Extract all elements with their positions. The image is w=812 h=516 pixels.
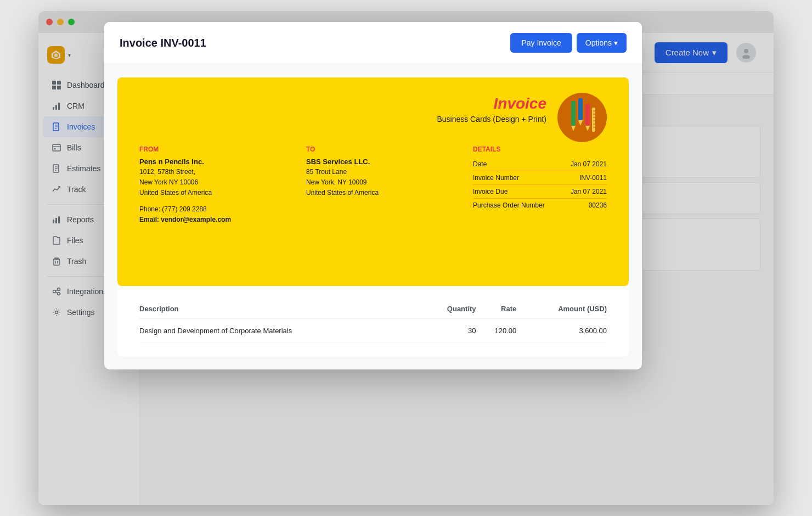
col-rate: Rate [476,299,517,319]
invoice-table: Description Quantity Rate Amount (USD) D… [139,299,607,343]
pay-invoice-button[interactable]: Pay Invoice [510,33,572,53]
detail-row-po: Purchase Order Number 00236 [473,199,607,212]
options-label: Options [585,38,612,47]
modal-header: Invoice INV-0011 Pay Invoice Options ▾ [104,22,642,64]
svg-rect-39 [571,101,576,126]
to-address-line2: New York, NY 10009 [306,177,440,188]
col-amount: Amount (USD) [516,299,607,319]
detail-val-date: Jan 07 2021 [571,160,607,168]
svg-rect-41 [578,98,583,120]
detail-val-due: Jan 07 2021 [571,188,607,195]
options-button[interactable]: Options ▾ [577,33,627,53]
from-email-value: vendor@example.com [161,216,231,223]
from-address-block: From Pens n Pencils Inc. 1012, 578th Str… [139,145,273,225]
detail-val-po: 00236 [589,201,607,209]
row-quantity: 30 [422,319,476,343]
detail-row-date: Date Jan 07 2021 [473,158,607,171]
invoice-subtitle: Business Cards (Design + Print) [139,115,546,124]
to-address-line1: 85 Trout Lane [306,167,440,177]
to-address-line3: United States of America [306,188,440,198]
details-label: Details [473,145,607,153]
modal-body: Invoice Business Cards (Design + Print) … [104,64,642,369]
svg-rect-43 [585,104,590,126]
invoice-table-section: Description Quantity Rate Amount (USD) D… [117,286,629,356]
to-company: SBS Services LLC. [306,158,440,166]
from-label: From [139,145,273,153]
modal-title: Invoice INV-0011 [120,37,206,49]
from-address-line1: 1012, 578th Street, [139,167,273,177]
detail-val-number: INV-0011 [579,174,607,182]
from-company: Pens n Pencils Inc. [139,158,273,166]
invoice-logo-graphic [557,93,607,142]
details-block: Details Date Jan 07 2021 Invoice Number … [473,145,607,225]
table-row: Design and Development of Corporate Mate… [139,319,607,343]
row-description: Design and Development of Corporate Mate… [139,319,422,343]
invoice-addresses: From Pens n Pencils Inc. 1012, 578th Str… [139,145,607,225]
from-address-line3: United States of America [139,188,273,198]
invoice-title: Invoice [139,95,546,113]
svg-rect-45 [592,108,595,132]
detail-row-due: Invoice Due Jan 07 2021 [473,185,607,199]
row-rate: 120.00 [476,319,517,343]
detail-key-number: Invoice Number [473,174,519,182]
from-address-line2: New York NY 10006 [139,177,273,188]
detail-key-po: Purchase Order Number [473,201,545,209]
col-quantity: Quantity [422,299,476,319]
app-window: ▾ Dashboard [38,11,774,505]
from-contact: Phone: (777) 209 2288 Email: vendor@exam… [139,204,273,225]
options-chevron-icon: ▾ [614,38,618,47]
detail-row-number: Invoice Number INV-0011 [473,171,607,185]
row-amount: 3,600.00 [516,319,607,343]
to-label: To [306,145,440,153]
col-description: Description [139,299,422,319]
invoice-yellow-section: Invoice Business Cards (Design + Print) … [117,77,629,286]
to-address-block: To SBS Services LLC. 85 Trout Lane New Y… [306,145,440,225]
detail-key-date: Date [473,160,487,168]
modal-actions: Pay Invoice Options ▾ [510,33,627,53]
invoice-modal: Invoice INV-0011 Pay Invoice Options ▾ [104,22,642,369]
from-phone: Phone: (777) 209 2288 [139,204,273,215]
from-email-label: Email: [139,216,159,223]
from-email: Email: vendor@example.com [139,215,273,225]
detail-key-due: Invoice Due [473,188,507,195]
